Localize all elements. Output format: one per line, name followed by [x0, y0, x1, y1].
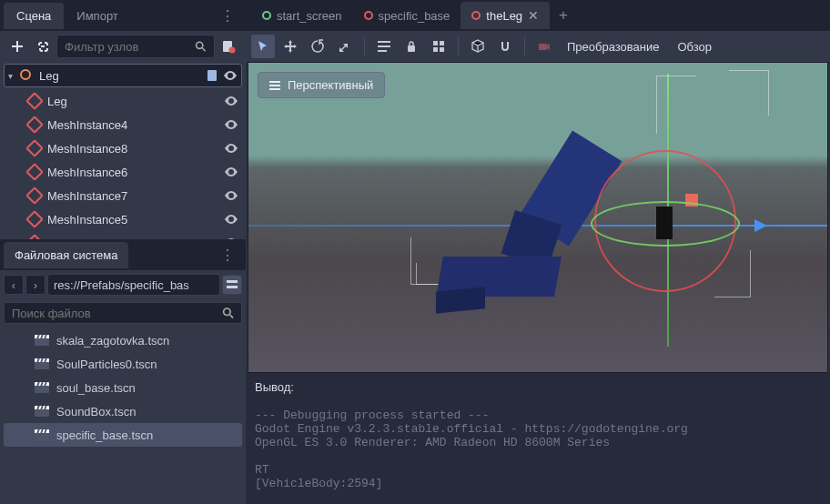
filter-nodes-input[interactable] [56, 35, 215, 58]
visibility-toggle-icon[interactable] [224, 188, 238, 203]
filesystem-tabs: Файловая система ⋮ [0, 239, 246, 270]
scene-panel-tabs: Сцена Импорт ⋮ [0, 0, 246, 31]
lock-icon [405, 40, 418, 53]
select-tool[interactable] [251, 35, 275, 58]
cube-tool[interactable] [466, 35, 490, 58]
editor-tab[interactable]: start_screen [251, 3, 353, 29]
output-log[interactable]: --- Debugging process started --- Godot … [246, 401, 830, 504]
x-axis-arrow [754, 219, 767, 232]
scene-file-icon [35, 335, 49, 346]
transform-menu[interactable]: Преобразование [560, 40, 667, 54]
tab-import[interactable]: Импорт [64, 3, 130, 29]
tab-scene[interactable]: Сцена [4, 3, 64, 29]
tab-label: specific_base [379, 9, 450, 23]
visibility-toggle-icon[interactable] [224, 94, 238, 108]
scene-settings-button[interactable] [217, 35, 240, 58]
spatial-node-icon [19, 68, 34, 83]
tree-node-row[interactable]: MeshInstance8 [4, 136, 242, 160]
tab-label: start_screen [277, 9, 342, 23]
mesh-node-icon [27, 117, 42, 132]
svg-rect-9 [378, 50, 387, 52]
nav-forward-button[interactable]: › [25, 275, 46, 295]
node-label: MeshInstance5 [47, 213, 224, 227]
file-row[interactable]: skala_zagotovka.tscn [4, 328, 242, 352]
tree-node-row[interactable]: MeshInstance7 [4, 184, 242, 207]
editor-tabs: start_screenspecific_basetheLeg✕+ [246, 0, 830, 31]
new-tab-button[interactable]: + [550, 1, 577, 30]
file-row[interactable]: SoundBox.tscn [4, 399, 242, 423]
collapse-icon[interactable]: ▾ [8, 71, 19, 81]
tree-node-row[interactable]: MeshInstance6 [4, 160, 242, 184]
scene-file-icon [35, 406, 49, 417]
tree-root-row[interactable]: ▾ Leg [4, 64, 242, 87]
editor-tab[interactable]: specific_base [353, 3, 461, 29]
file-name: soul_base.tscn [56, 381, 136, 395]
3d-viewport[interactable]: Перспективный [248, 62, 828, 373]
snap-list-tool[interactable] [372, 35, 396, 58]
tree-node-row[interactable]: Leg [4, 89, 242, 113]
file-tree: skala_zagotovka.tscnSoulParticles0.tscns… [0, 327, 246, 504]
lock-tool[interactable] [400, 35, 423, 58]
svg-rect-11 [433, 41, 438, 45]
svg-rect-14 [440, 47, 444, 52]
node-label: Leg [47, 95, 224, 108]
add-node-button[interactable] [5, 35, 29, 58]
file-search-input[interactable] [4, 302, 242, 324]
visibility-toggle-icon[interactable] [224, 212, 238, 227]
snap-tool[interactable] [493, 35, 517, 58]
visibility-toggle-icon[interactable] [224, 117, 238, 132]
search-icon [222, 307, 234, 319]
tab-filesystem[interactable]: Файловая система [4, 242, 128, 268]
node-label: MeshInstance8 [47, 142, 224, 156]
visibility-toggle-icon[interactable] [224, 236, 238, 239]
svg-rect-8 [378, 45, 390, 47]
viewport-toolbar: Преобразование Обзор [246, 31, 830, 62]
svg-point-6 [223, 308, 229, 315]
file-row[interactable]: SoulParticles0.tscn [4, 352, 242, 376]
visibility-toggle-icon[interactable] [224, 165, 238, 179]
file-row[interactable]: specific_base.tscn [4, 423, 242, 447]
link-icon [35, 39, 50, 54]
script-attach-icon[interactable] [207, 69, 219, 82]
node-label: MeshInstance9 [47, 237, 224, 240]
filesystem-menu-icon[interactable]: ⋮ [213, 247, 242, 264]
node-label: MeshInstance7 [47, 189, 224, 203]
mesh-node-icon [27, 212, 42, 227]
scale-tool[interactable] [333, 35, 357, 58]
rotate-tool[interactable] [306, 35, 329, 58]
scene-status-icon [364, 11, 373, 20]
output-panel: Вывод: --- Debugging process started ---… [246, 373, 830, 504]
view-menu[interactable]: Обзор [671, 40, 720, 54]
view-mode-toggle[interactable] [222, 275, 242, 295]
nav-back-button[interactable]: ‹ [4, 275, 24, 295]
scene-tabs-menu-icon[interactable]: ⋮ [213, 7, 242, 25]
close-tab-icon[interactable]: ✕ [528, 8, 539, 23]
path-input[interactable]: res://Prefabs/specific_bas [47, 274, 220, 296]
camera-override-tool[interactable] [532, 35, 556, 58]
filesystem-nav: ‹ › res://Prefabs/specific_bas [0, 270, 246, 299]
search-icon [195, 40, 207, 53]
scene-status-icon [471, 11, 481, 20]
group-tool[interactable] [427, 35, 450, 58]
editor-tab[interactable]: theLeg✕ [461, 2, 550, 29]
tree-node-row[interactable]: MeshInstance9 [4, 231, 242, 239]
tree-node-row[interactable]: MeshInstance4 [4, 113, 242, 136]
svg-rect-5 [227, 286, 238, 288]
grid-small-icon [432, 40, 445, 53]
move-tool[interactable] [278, 35, 302, 58]
file-name: SoundBox.tscn [56, 405, 136, 418]
tree-node-row[interactable]: MeshInstance5 [4, 207, 242, 231]
scene-tree: ▾ Leg LegMeshInstance4MeshInstance8MeshI… [0, 62, 246, 239]
move-icon [283, 39, 298, 54]
viewport-scene [248, 63, 827, 372]
projection-badge[interactable]: Перспективный [258, 72, 385, 98]
mesh-node-icon [27, 141, 42, 156]
node-label: MeshInstance4 [47, 118, 224, 132]
visibility-toggle-icon[interactable] [224, 141, 238, 156]
link-node-button[interactable] [31, 35, 55, 58]
scene-file-icon [35, 358, 49, 369]
file-row[interactable]: soul_base.tscn [4, 376, 242, 399]
visibility-toggle-icon[interactable] [223, 68, 238, 83]
file-name: SoulParticles0.tscn [56, 358, 157, 371]
svg-rect-3 [208, 70, 217, 81]
